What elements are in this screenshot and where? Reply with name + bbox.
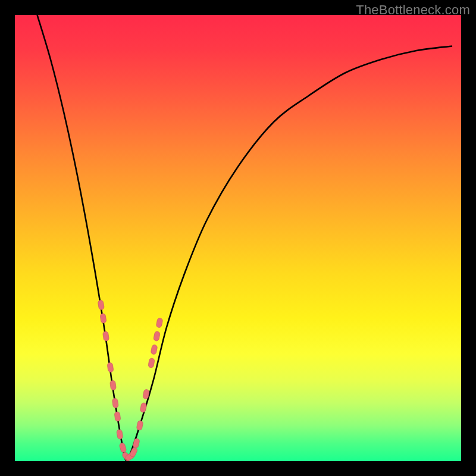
curve-marker [148, 358, 155, 368]
curve-marker [107, 362, 114, 372]
curve-marker [136, 420, 143, 430]
curve-marker [140, 402, 147, 412]
bottleneck-curve [15, 15, 461, 461]
curve-marker [133, 438, 140, 449]
curve-line [37, 15, 453, 461]
curve-marker [98, 300, 105, 310]
watermark-text: TheBottleneck.com [356, 2, 470, 18]
curve-marker [151, 345, 158, 355]
curve-marker [114, 411, 121, 421]
curve-marker [100, 313, 107, 323]
curve-marker [109, 380, 116, 390]
curve-marker [112, 398, 118, 408]
curve-marker [102, 331, 109, 341]
curve-marker [154, 331, 161, 341]
curve-marker [156, 318, 163, 328]
chart-plot-area [15, 15, 461, 461]
curve-marker [117, 429, 124, 439]
curve-marker [119, 443, 127, 453]
